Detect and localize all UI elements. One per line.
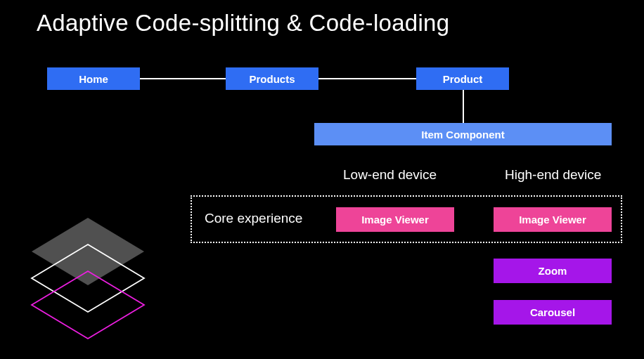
header-low-end: Low-end device	[343, 167, 437, 183]
diagram-stage: Adaptive Code-splitting & Code-loading H…	[0, 0, 644, 359]
core-experience-label: Core experience	[205, 211, 302, 226]
node-item-component-label: Item Component	[421, 129, 504, 141]
node-products: Products	[226, 67, 318, 90]
connector-product-item	[463, 89, 464, 123]
node-home: Home	[47, 67, 140, 90]
module-carousel-label: Carousel	[530, 306, 575, 318]
node-product: Product	[416, 67, 509, 90]
node-product-label: Product	[443, 73, 483, 85]
module-image-viewer-high: Image Viewer	[494, 207, 612, 232]
node-products-label: Products	[249, 73, 295, 85]
page-title: Adaptive Code-splitting & Code-loading	[37, 10, 449, 37]
layers-icon	[18, 211, 158, 351]
svg-marker-0	[32, 218, 144, 285]
header-high-end: High-end device	[505, 167, 601, 183]
node-home-label: Home	[79, 73, 108, 85]
module-zoom-label: Zoom	[539, 265, 567, 277]
module-image-viewer-low-label: Image Viewer	[361, 214, 429, 226]
module-image-viewer-high-label: Image Viewer	[519, 214, 586, 226]
connector-home-products	[140, 78, 226, 79]
node-item-component: Item Component	[314, 123, 612, 145]
module-zoom: Zoom	[494, 259, 612, 283]
module-image-viewer-low: Image Viewer	[336, 207, 454, 232]
module-carousel: Carousel	[494, 300, 612, 325]
connector-products-product	[318, 78, 416, 79]
